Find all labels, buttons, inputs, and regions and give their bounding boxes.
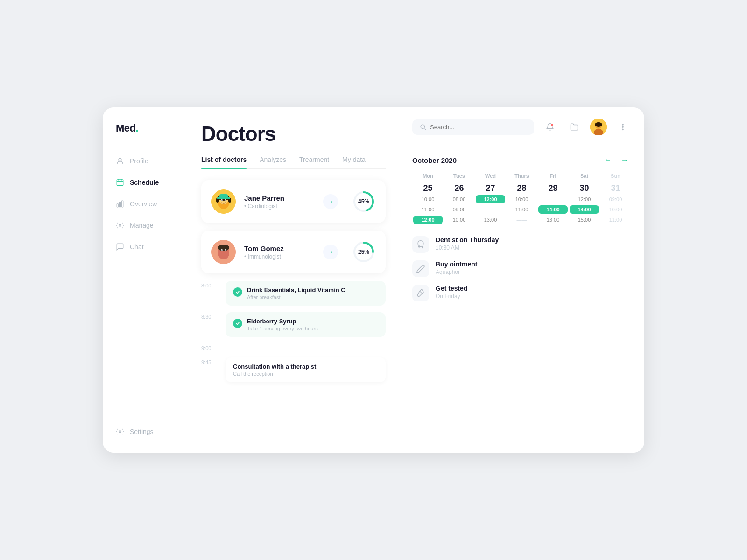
page-title: Doctors: [201, 122, 386, 146]
timeline-row-800: 8:00 Drink Essentials, Liquid Vitamin C …: [201, 281, 386, 306]
sidebar-item-chat[interactable]: Chat: [103, 237, 184, 257]
progress-ring-tom: 25%: [352, 240, 375, 264]
svg-point-28: [226, 250, 226, 251]
svg-rect-4: [122, 201, 123, 207]
svg-rect-36: [595, 122, 602, 127]
cal-day-25[interactable]: 25 10:00 11:00 12:00: [412, 182, 444, 228]
sidebar-label-settings: Settings: [130, 428, 154, 435]
cal-next-button[interactable]: →: [618, 154, 631, 167]
sidebar-item-manage[interactable]: Manage: [103, 216, 184, 235]
svg-point-0: [119, 158, 121, 161]
bell-icon: [546, 123, 554, 131]
task-card-consult: Consultation with a therapist Call the r…: [226, 357, 386, 382]
sidebar-item-settings[interactable]: Settings: [103, 422, 184, 441]
task-card-vitamin: Drink Essentials, Liquid Vitamin C After…: [226, 281, 386, 306]
tab-list-doctors[interactable]: List of doctors: [201, 156, 247, 168]
cal-day-26[interactable]: 26 08:00 09:00 10:00: [444, 182, 475, 228]
sidebar-item-profile[interactable]: Profile: [103, 151, 184, 171]
svg-point-6: [119, 431, 121, 433]
avatar-tom: [211, 240, 236, 264]
cal-day-28[interactable]: 28 10:00 11:00 ——: [506, 182, 537, 228]
time-945: 9:45: [201, 357, 218, 365]
cal-day-27[interactable]: 27 12:00 —— 13:00: [475, 182, 506, 228]
svg-rect-14: [219, 194, 228, 199]
cal-header-sat: Sat: [569, 173, 600, 182]
svg-point-5: [119, 224, 121, 227]
search-icon: [420, 124, 426, 130]
svg-point-31: [421, 125, 424, 128]
sidebar-item-overview[interactable]: Overview: [103, 194, 184, 214]
bell-button[interactable]: [542, 119, 558, 135]
progress-ring-jane: 45%: [352, 190, 375, 213]
nav-items: Profile Schedule Overview Manage: [103, 151, 184, 422]
cal-header-sun: Sun: [600, 173, 631, 182]
reminder-tested: Get tested On Friday: [412, 285, 631, 301]
svg-point-18: [226, 200, 226, 201]
settings-icon: [116, 427, 124, 436]
folder-icon: [570, 123, 578, 131]
doctor-info-tom: Tom Gomez Immunologist: [244, 245, 315, 260]
doctor-arrow-tom[interactable]: →: [323, 245, 338, 259]
tab-mydata[interactable]: My data: [342, 156, 366, 168]
reminder-ointment: Buy ointment Aquaphor: [412, 260, 631, 277]
reminder-title-dentist: Dentist on Thursday: [436, 236, 499, 244]
right-header: [412, 107, 631, 145]
tooth-icon: [412, 236, 429, 253]
doctor-arrow-jane[interactable]: →: [323, 194, 338, 209]
logo-dot: .: [136, 122, 139, 134]
task-title-consult: Consultation with a therapist: [233, 363, 378, 370]
reminders: Dentist on Thursday 10:30 AM Buy ointmen…: [412, 236, 631, 301]
time-900: 9:00: [201, 343, 218, 351]
left-panel: Doctors List of doctors Analyzes Trearme…: [184, 107, 399, 453]
reminder-dentist: Dentist on Thursday 10:30 AM: [412, 236, 631, 253]
timeline-row-830: 8:30 Elderberry Syrup Take 1 serving eve…: [201, 312, 386, 337]
sidebar: Med. Profile Schedule Overview: [103, 107, 184, 453]
task-card-syrup: Elderberry Syrup Take 1 serving every tw…: [226, 312, 386, 337]
cal-day-29[interactable]: 29 —— 14:00 16:00: [537, 182, 569, 228]
profile-icon: [116, 157, 124, 165]
more-button[interactable]: [614, 119, 631, 135]
task-sub-syrup: Take 1 serving every two hours: [247, 326, 318, 331]
app-container: Med. Profile Schedule Overview: [103, 107, 644, 453]
cal-day-31[interactable]: 31 09:00 10:00 11:00: [600, 182, 631, 228]
task-title-vitamin: Drink Essentials, Liquid Vitamin C: [247, 287, 345, 294]
sidebar-label-schedule: Schedule: [130, 179, 159, 186]
cal-header-thurs: Thurs: [506, 173, 537, 182]
right-panel: October 2020 ← → Mon Tues Wed Thurs Fri …: [399, 107, 644, 453]
folder-button[interactable]: [566, 119, 583, 135]
reminder-sub-dentist: 10:30 AM: [436, 245, 499, 251]
avatar-jane: [211, 189, 236, 214]
more-icon: [619, 123, 627, 131]
timeline-row-945: 9:45 Consultation with a therapist Call …: [201, 357, 386, 382]
reminder-sub-ointment: Aquaphor: [436, 269, 477, 275]
overview-icon: [116, 200, 124, 208]
search-input[interactable]: [430, 124, 527, 131]
main-content: Doctors List of doctors Analyzes Trearme…: [184, 107, 644, 453]
tab-treatment[interactable]: Trearment: [299, 156, 329, 168]
tab-analyzes[interactable]: Analyzes: [260, 156, 286, 168]
cal-prev-button[interactable]: ←: [601, 154, 614, 167]
svg-rect-2: [117, 204, 118, 207]
sidebar-label-overview: Overview: [130, 200, 157, 208]
sidebar-item-schedule[interactable]: Schedule: [103, 173, 184, 192]
doctor-name-jane: Jane Parren: [244, 194, 315, 202]
svg-point-32: [551, 124, 553, 126]
user-avatar[interactable]: [590, 119, 607, 135]
schedule-icon: [116, 178, 124, 187]
svg-rect-3: [120, 202, 121, 207]
cal-header-fri: Fri: [537, 173, 569, 182]
cal-day-30[interactable]: 30 12:00 14:00 15:00: [569, 182, 600, 228]
time-800: 8:00: [201, 281, 218, 288]
avatar-tom-img: [211, 240, 236, 264]
reminder-title-tested: Get tested: [436, 285, 467, 292]
calendar-header: October 2020 ← →: [412, 154, 631, 167]
task-sub-consult: Call the reception: [233, 371, 378, 377]
time-830: 8:30: [201, 312, 218, 320]
sidebar-label-chat: Chat: [130, 243, 144, 251]
progress-label-tom: 25%: [358, 249, 369, 255]
task-check-vitamin: [233, 287, 242, 297]
main-body: Doctors List of doctors Analyzes Trearme…: [184, 107, 644, 453]
calendar-grid: Mon Tues Wed Thurs Fri Sat Sun 25 10:00 …: [412, 173, 631, 228]
cal-header-mon: Mon: [412, 173, 444, 182]
chat-icon: [116, 243, 124, 251]
